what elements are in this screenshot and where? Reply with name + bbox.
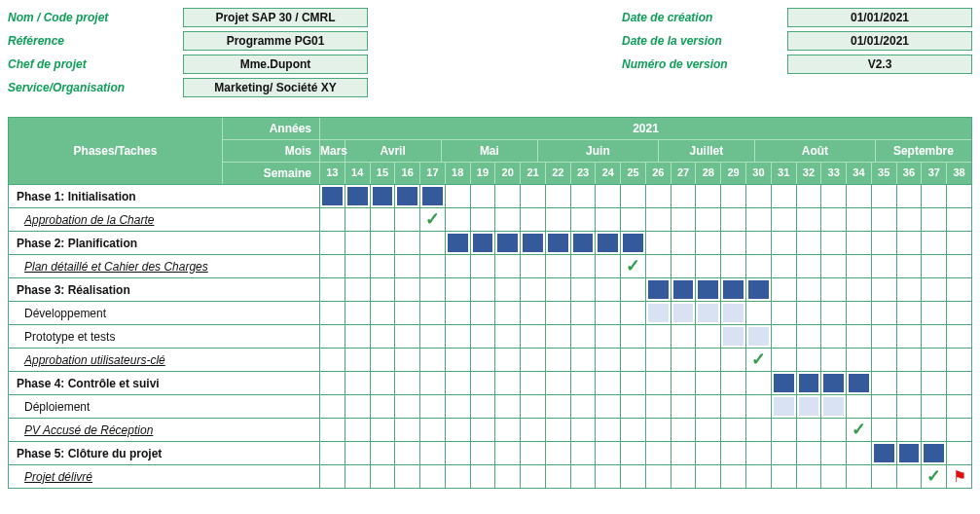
- header-month: Juillet: [659, 140, 755, 162]
- meta-value: 01/01/2021: [787, 31, 972, 51]
- gantt-cell: [320, 442, 345, 464]
- gantt-cell: [395, 302, 420, 324]
- gantt-row: Projet délivré✓⚑: [9, 464, 971, 488]
- meta-left-block: Nom / Code projetProjet SAP 30 / CMRLRéf…: [8, 8, 368, 101]
- gantt-cell: [821, 185, 847, 207]
- gantt-cell: [420, 185, 446, 207]
- gantt-cell: [872, 372, 897, 394]
- gantt-cell: [621, 185, 646, 207]
- gantt-cell: [646, 325, 671, 348]
- gantt-cell: [420, 372, 446, 394]
- gantt-cell: [746, 278, 772, 301]
- gantt-cell: [872, 325, 897, 348]
- gantt-cell: [446, 465, 471, 488]
- gantt-cell: [671, 232, 697, 254]
- gantt-cell: [696, 208, 721, 231]
- gantt-cell: [746, 208, 772, 231]
- gantt-cell: [596, 232, 621, 254]
- header-month: Mai: [442, 140, 538, 162]
- header-month: Septembre: [876, 140, 971, 162]
- gantt-bar-task: [698, 304, 718, 322]
- checkmark-icon: ✓: [852, 418, 866, 439]
- gantt-cell: [395, 419, 420, 441]
- header-week: 23: [571, 163, 597, 184]
- gantt-cell: [947, 325, 971, 348]
- gantt-cell: [471, 442, 496, 464]
- gantt-row: Approbation de la Charte✓: [9, 207, 971, 231]
- gantt-bar-phase: [448, 234, 468, 252]
- gantt-cell: [446, 278, 471, 301]
- gantt-row-cells: [320, 302, 971, 324]
- gantt-cell: [922, 278, 947, 301]
- gantt-cell: [646, 349, 671, 371]
- gantt-cell: [671, 185, 697, 207]
- gantt-cell: [721, 419, 746, 441]
- gantt-cell: [320, 302, 345, 324]
- gantt-cell: [872, 419, 897, 441]
- gantt-cell: [646, 278, 671, 301]
- gantt-row-name: Approbation de la Charte: [9, 208, 320, 231]
- gantt-cell: [872, 465, 897, 488]
- gantt-cell: [371, 302, 396, 324]
- gantt-cell: [546, 442, 571, 464]
- gantt-cell: [320, 325, 345, 348]
- gantt-cell: [495, 278, 521, 301]
- gantt-cell: [371, 208, 396, 231]
- gantt-cell: [621, 465, 646, 488]
- header-week: 21: [521, 163, 546, 184]
- gantt-cell: [746, 442, 772, 464]
- gantt-cell: [345, 185, 371, 207]
- gantt-cell: [797, 372, 822, 394]
- gantt-cell: [521, 395, 546, 418]
- gantt-cell: [521, 349, 546, 371]
- gantt-cell: [797, 185, 822, 207]
- gantt-cell: [671, 325, 697, 348]
- gantt-cell: [772, 208, 797, 231]
- gantt-cell: [621, 349, 646, 371]
- gantt-cell: [345, 442, 371, 464]
- gantt-cell: [947, 442, 971, 464]
- gantt-cell: [371, 255, 396, 277]
- gantt-cell: [320, 208, 345, 231]
- gantt-cell: [521, 278, 546, 301]
- header-week: 28: [696, 163, 721, 184]
- gantt-cell: [320, 185, 345, 207]
- gantt-row: Phase 1: Initialisation: [9, 184, 971, 207]
- header-semaine: Semaine: [223, 163, 319, 184]
- gantt-cell: [797, 325, 822, 348]
- meta-label: Date de création: [622, 11, 787, 24]
- gantt-cell: [446, 302, 471, 324]
- gantt-cell: [872, 208, 897, 231]
- gantt-bar-phase: [899, 444, 920, 462]
- gantt-cell: [772, 442, 797, 464]
- gantt-cell: [671, 349, 697, 371]
- gantt-cell: [671, 208, 697, 231]
- gantt-row-name: Phase 2: Planification: [9, 232, 320, 254]
- gantt-bar-phase: [748, 280, 769, 299]
- gantt-row-cells: [320, 442, 971, 464]
- gantt-cell: [546, 395, 571, 418]
- gantt-bar-phase: [523, 234, 543, 252]
- gantt-cell: [847, 442, 872, 464]
- gantt-cell: [546, 325, 571, 348]
- gantt-cell: [872, 255, 897, 277]
- gantt-cell: [571, 349, 597, 371]
- gantt-row-cells: ✓: [320, 208, 971, 231]
- side-header-stack: Années Mois Semaine: [223, 118, 320, 184]
- gantt-cell: [320, 395, 345, 418]
- gantt-cell: [420, 302, 446, 324]
- gantt-cell: [847, 278, 872, 301]
- gantt-cell: [821, 325, 847, 348]
- gantt-bar-phase: [422, 187, 443, 205]
- gantt-cell: [746, 325, 772, 348]
- gantt-cell: [395, 372, 420, 394]
- gantt-row-cells: ✓⚑: [320, 465, 971, 488]
- gantt-cell: [772, 395, 797, 418]
- gantt-cell: [947, 255, 971, 277]
- gantt-cell: [872, 349, 897, 371]
- gantt-cell: [772, 465, 797, 488]
- gantt-cell: [746, 372, 772, 394]
- gantt-cell: [621, 419, 646, 441]
- gantt-bar-phase: [497, 234, 518, 252]
- gantt-cell: [947, 372, 971, 394]
